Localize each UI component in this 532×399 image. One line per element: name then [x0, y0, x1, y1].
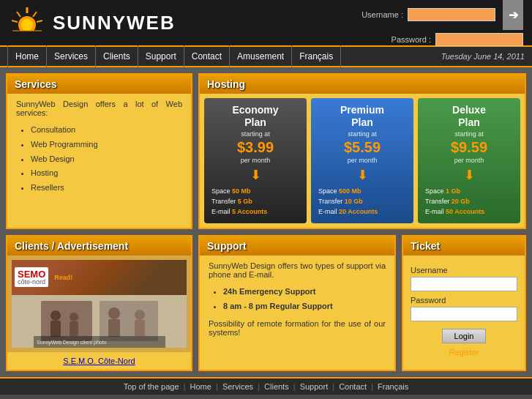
economy-plan-name: EconomyPlan [209, 104, 302, 129]
svg-rect-8 [9, 31, 45, 41]
ticket-panel: Ticket Username Password Login Register [402, 235, 526, 371]
deluxe-plan[interactable]: DeluxePlan starting at $9.59 per month ⬇… [418, 98, 520, 223]
top-row: Services SunnyWeb Design offers a lot of… [6, 73, 526, 229]
semo-logo-box: SEMO côte-nord [15, 267, 48, 287]
client-img-top: SEMO côte-nord Read! [12, 260, 187, 295]
premium-details: Space 500 Mb Transfer 10 Gb E-mail 20 Ac… [315, 186, 409, 217]
ticket-content: Username Password Login Register [403, 256, 525, 362]
logo-icon [9, 4, 45, 41]
svg-point-17 [108, 307, 120, 319]
economy-arrow: ⬇ [209, 167, 302, 183]
client-photo: SunnyWeb Design client photo [12, 295, 187, 348]
read-badge: Read! [54, 274, 72, 281]
svg-point-13 [50, 310, 61, 321]
support-description: SunnyWeb Design offers two types of supp… [209, 261, 386, 279]
support-item-1: 24h Emergency Support [223, 285, 386, 299]
logo-area: SUNNYWEB [9, 4, 176, 41]
header: SUNNYWEB Username : ➔ Password : [0, 0, 532, 45]
support-item-2: 8 am - 8 pm Regular Support [223, 299, 386, 314]
login-submit-button[interactable]: ➔ [503, 0, 523, 30]
clients-panel-title: Clients / Advertisement [7, 236, 191, 256]
client-image-area: SEMO côte-nord Read! [7, 256, 191, 352]
username-input[interactable] [408, 8, 495, 21]
list-item: Web Design [31, 152, 182, 167]
premium-starting: starting at [315, 130, 409, 138]
footer-support-link[interactable]: Support [300, 382, 329, 391]
list-item: Web Programming [31, 138, 182, 152]
footer-home-link[interactable]: Home [190, 382, 211, 391]
nav-clients[interactable]: Clients [96, 45, 138, 67]
svg-rect-20 [135, 320, 145, 336]
list-item: Hosting [31, 166, 182, 181]
client-thumbnail: SEMO côte-nord Read! [12, 260, 187, 348]
services-panel: Services SunnyWeb Design offers a lot of… [6, 73, 192, 229]
svg-rect-16 [70, 321, 78, 336]
list-item: Resellers [31, 181, 182, 195]
ticket-password-input[interactable] [411, 307, 517, 321]
deluxe-price: $9.59 [422, 139, 516, 155]
ticket-password-label: Password [411, 296, 517, 305]
economy-price: $3.99 [209, 139, 302, 155]
semo-subtext: côte-nord [18, 278, 45, 286]
support-content: SunnyWeb Design offers two types of supp… [200, 256, 394, 343]
deluxe-plan-name: DeluxePlan [422, 104, 516, 129]
svg-rect-18 [108, 319, 120, 337]
premium-plan-name: PremiumPlan [315, 104, 409, 129]
client-link[interactable]: S.E.M.O. Côte-Nord [7, 352, 191, 370]
footer-clients-link[interactable]: Clients [264, 382, 289, 391]
nav-amusement[interactable]: Amusement [230, 45, 292, 67]
economy-per: per month [209, 157, 302, 164]
svg-point-19 [135, 310, 145, 320]
navbar: Home Services Clients Support Contact Am… [0, 45, 532, 67]
services-list: Consultation Web Programming Web Design … [16, 123, 182, 195]
premium-arrow: ⬇ [315, 167, 409, 183]
hosting-panel-title: Hosting [200, 75, 525, 94]
hosting-panel: Hosting EconomyPlan starting at $3.99 pe… [198, 73, 526, 229]
footer-contact-link[interactable]: Contact [339, 382, 367, 391]
nav-date: Tuesday June 14, 2011 [441, 52, 525, 61]
ticket-register-link[interactable]: Register [411, 348, 517, 357]
premium-plan[interactable]: PremiumPlan starting at $5.59 per month … [311, 98, 413, 223]
ticket-panel-title: Ticket [403, 236, 525, 256]
services-description: SunnyWeb Design offers a lot of Web serv… [16, 100, 182, 117]
password-label: Password : [387, 35, 431, 44]
logo-text: SUNNYWEB [53, 12, 176, 34]
clients-panel: Clients / Advertisement SEMO côte-nord R… [6, 235, 192, 371]
svg-point-15 [70, 313, 78, 321]
deluxe-arrow: ⬇ [422, 167, 516, 183]
list-item: Consultation [31, 123, 182, 138]
deluxe-details: Space 1 Gb Transfer 20 Gb E-mail 50 Acco… [422, 186, 516, 217]
ticket-username-label: Username [411, 266, 517, 275]
nav-francais[interactable]: Français [292, 45, 341, 67]
footer: Top of the page | Home | Services | Clie… [0, 377, 532, 395]
username-row: Username : ➔ [359, 0, 523, 30]
deluxe-per: per month [422, 157, 516, 164]
password-row: Password : [387, 33, 523, 46]
footer-services-link[interactable]: Services [222, 382, 253, 391]
nav-support[interactable]: Support [138, 45, 184, 67]
support-panel: Support SunnyWeb Design offers two types… [198, 235, 396, 371]
bottom-row: Clients / Advertisement SEMO côte-nord R… [6, 235, 526, 371]
ticket-login-button[interactable]: Login [442, 329, 487, 343]
support-panel-title: Support [200, 236, 394, 256]
services-panel-title: Services [7, 75, 191, 94]
svg-rect-11 [41, 301, 92, 341]
ticket-username-input[interactable] [411, 277, 517, 291]
password-input[interactable] [435, 33, 523, 46]
footer-top-link[interactable]: Top of the page [124, 382, 179, 391]
economy-plan[interactable]: EconomyPlan starting at $3.99 per month … [204, 98, 307, 223]
deluxe-starting: starting at [422, 130, 516, 138]
nav-contact[interactable]: Contact [184, 45, 230, 67]
economy-details: Space 50 Mb Transfer 5 Gb E-mail 5 Accou… [209, 186, 302, 217]
nav-services[interactable]: Services [47, 45, 96, 67]
login-area: Username : ➔ Password : [359, 0, 523, 46]
nav-home[interactable]: Home [7, 45, 47, 67]
footer-francais-link[interactable]: Français [378, 382, 408, 391]
client-photo-svg: SunnyWeb Design client photo [34, 295, 165, 348]
nav-links: Home Services Clients Support Contact Am… [7, 45, 341, 67]
svg-text:SunnyWeb Design client photo: SunnyWeb Design client photo [37, 340, 107, 346]
support-list: 24h Emergency Support 8 am - 8 pm Regula… [209, 285, 386, 314]
svg-point-2 [21, 19, 33, 31]
hosting-content: EconomyPlan starting at $3.99 per month … [200, 94, 525, 228]
main-content: Services SunnyWeb Design offers a lot of… [0, 67, 532, 377]
